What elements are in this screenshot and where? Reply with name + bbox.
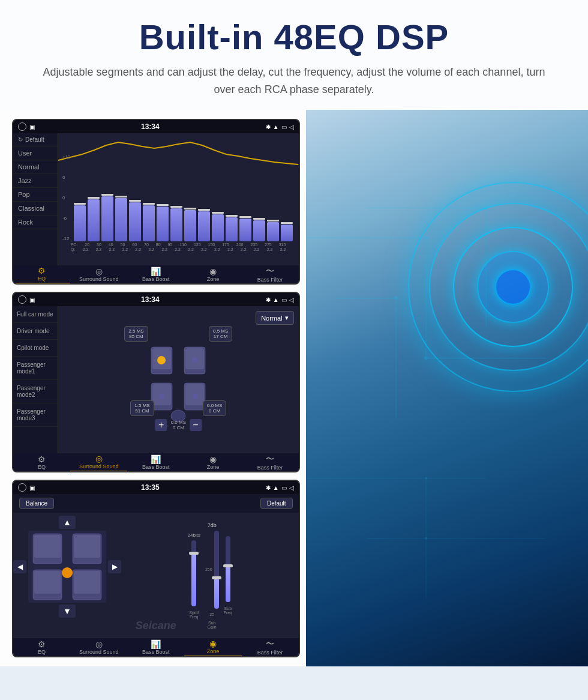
nav-item-bass-boost[interactable]: 📊 Bass Boost	[127, 265, 184, 283]
svg-point-21	[62, 567, 73, 578]
sidebar-passenger1[interactable]: Passenger mode1	[13, 357, 58, 380]
status-time-1: 13:34	[141, 122, 160, 131]
default-button[interactable]: Default	[260, 498, 293, 509]
eq-main: +12 6 0 -6 -12	[58, 133, 299, 265]
svg-point-29	[424, 237, 428, 240]
zone-nav-bar: ⚙ EQ ◎ Surround Sound 📊 Bass Boost ◉ Zon…	[13, 638, 299, 656]
sub-freq-slider-track[interactable]	[226, 536, 230, 602]
nav-item-zone[interactable]: ◉ Zone	[184, 265, 241, 283]
eq-label-0: 0	[62, 195, 71, 201]
zone-car-panel: ▲ ◀	[16, 516, 118, 635]
sub-gain-top-label: 7db	[208, 522, 217, 528]
zone-left-button[interactable]: ◀	[13, 560, 26, 573]
eq-content: ↻ Default User Normal Jazz Pop Classical…	[13, 133, 299, 265]
sidebar-driver[interactable]: Driver mode	[13, 323, 58, 340]
nav3-surround-label: Surround Sound	[79, 649, 119, 655]
nav-surround-label: Surround Sound	[79, 276, 119, 282]
nav3-item-eq[interactable]: ⚙ EQ	[13, 638, 70, 656]
normal-dropdown[interactable]: Normal ▾	[256, 311, 293, 325]
eq-bar-2	[88, 197, 100, 241]
eq-icon-2: ⚙	[14, 454, 69, 464]
sidebar-fullcar[interactable]: Full car mode	[13, 306, 58, 323]
sidebar-passenger3[interactable]: Passenger mode3	[13, 403, 58, 427]
nav3-item-zone[interactable]: ◉ Zone	[184, 638, 241, 657]
chevron-down-icon: ▾	[285, 314, 289, 322]
sidebar-item-refresh[interactable]: ↻ Default	[13, 133, 58, 146]
zone-seats-row: ◀	[13, 531, 121, 603]
back-icon-3: ◁	[289, 484, 294, 491]
nav-eq-label: EQ	[38, 276, 46, 282]
sidebar-item-rock[interactable]: Rock	[13, 216, 58, 229]
delay-br-ms: 0.0 MS	[207, 403, 222, 408]
eq-bar-5	[129, 200, 141, 241]
sidebar-item-pop[interactable]: Pop	[13, 188, 58, 202]
spdif-top-value: 24bits	[188, 533, 200, 538]
zone-seats-display	[28, 531, 106, 603]
nav2-surround-label: Surround Sound	[79, 463, 119, 469]
eq-bar-14	[253, 218, 265, 241]
eq-bars-container: +12 6 0 -6 -12	[61, 136, 296, 241]
nav2-bassboost-label: Bass Boost	[142, 464, 170, 470]
nav-item-bass-filter[interactable]: 〜 Bass Filter	[242, 265, 299, 284]
nav-item-surround[interactable]: ◎ Surround Sound	[70, 265, 127, 283]
nav2-item-eq[interactable]: ⚙ EQ	[13, 453, 70, 471]
status-bar-3: ▣ 13:35 ✱ ▲ ▭ ◁	[13, 481, 299, 494]
sidebar-item-normal[interactable]: Normal	[13, 160, 58, 174]
nav3-item-surround[interactable]: ◎ Surround Sound	[70, 638, 127, 656]
sidebar-item-jazz[interactable]: Jazz	[13, 174, 58, 188]
zone-content: Balance Default ▲ ◀	[13, 494, 299, 638]
spdif-slider-track[interactable]	[191, 540, 196, 606]
zone-icon: ◉	[185, 267, 240, 276]
status-bar-2: ▣ 13:34 ✱ ▲ ▭ ◁	[13, 293, 299, 306]
nav2-item-surround[interactable]: ◎ Surround Sound	[70, 453, 127, 472]
nav3-item-bass-boost[interactable]: 📊 Bass Boost	[127, 638, 184, 656]
refresh-icon: ↻	[18, 136, 23, 143]
battery-icon-3: ▭	[281, 484, 287, 491]
zone-top-bar: Balance Default	[13, 494, 299, 513]
sidebar-item-classical[interactable]: Classical	[13, 202, 58, 216]
nav2-item-zone[interactable]: ◉ Zone	[184, 453, 241, 471]
bass-filter-icon-2: 〜	[243, 454, 298, 465]
zone-up-button[interactable]: ▲	[59, 516, 76, 529]
eq-bar-7	[157, 204, 169, 241]
zone-right-button[interactable]: ▶	[108, 560, 121, 573]
nav3-item-bass-filter[interactable]: 〜 Bass Filter	[242, 638, 299, 657]
sidebar-default-label: Default	[25, 136, 44, 143]
sidebar-cpilot[interactable]: Cpilot mode	[13, 340, 58, 357]
svg-point-31	[394, 297, 398, 300]
eq-label-6: 6	[62, 175, 71, 180]
bt-icon-2: ✱	[266, 297, 271, 303]
nav2-item-bass-boost[interactable]: 📊 Bass Boost	[127, 453, 184, 471]
balance-button[interactable]: Balance	[19, 498, 54, 509]
nav-item-eq[interactable]: ⚙ EQ	[13, 265, 70, 284]
sidebar-passenger2[interactable]: Passenger mode2	[13, 380, 58, 403]
svg-point-32	[484, 207, 488, 210]
eq-label-minus6: -6	[62, 216, 71, 221]
eq-label-minus12: -12	[62, 236, 71, 241]
eq-icon-3: ⚙	[14, 639, 69, 649]
bluetooth-icon: ✱	[266, 124, 271, 130]
eq-bar-1	[74, 203, 86, 241]
car-seats-visual: 2.5 MS 85 CM 0.5 MS 17 CM 1.5 MS 51 CM	[124, 326, 232, 434]
nav2-item-bass-filter[interactable]: 〜 Bass Filter	[242, 453, 299, 472]
nav2-bassfilter-label: Bass Filter	[257, 465, 283, 471]
sub-gain-slider-with-marks: 250	[205, 531, 219, 609]
surround-main: Normal ▾ 2.5 MS 85 CM 0.5 MS	[58, 306, 299, 453]
zone-down-button[interactable]: ▼	[59, 605, 76, 618]
screens-panel: ▣ 13:34 ✱ ▲ ▭ ◁ ↻ Default	[0, 110, 306, 666]
screen-eq: ▣ 13:34 ✱ ▲ ▭ ◁ ↻ Default	[12, 119, 300, 285]
minus-button[interactable]: −	[190, 419, 202, 431]
sub-gain-slider-track[interactable]	[214, 531, 219, 609]
nav3-zone-label: Zone	[207, 648, 220, 654]
bass-filter-icon-3: 〜	[243, 639, 298, 650]
status-circle-icon	[18, 122, 26, 131]
eq-bar-4	[115, 196, 127, 241]
signal-icon: ▲	[273, 124, 279, 130]
eq-bar-12	[226, 215, 238, 241]
surround-icon: ◎	[71, 267, 126, 276]
back-icon-2: ◁	[289, 297, 294, 303]
sidebar-item-user[interactable]: User	[13, 146, 58, 160]
eq-bar-8	[170, 206, 182, 241]
add-button[interactable]: +	[155, 419, 167, 431]
page-subtitle: Adjustable segments and can adjust the d…	[36, 64, 552, 98]
